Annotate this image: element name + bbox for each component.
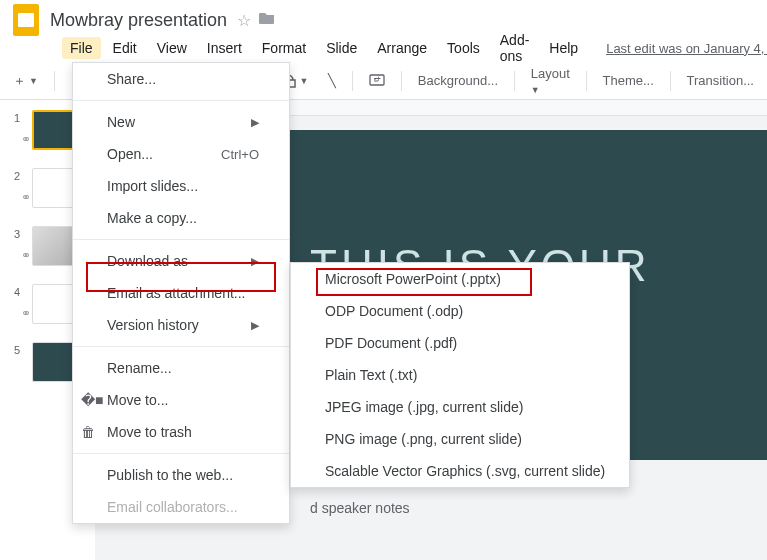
- link-icon: ⚭: [20, 168, 32, 204]
- download-pdf[interactable]: PDF Document (.pdf): [291, 327, 629, 359]
- layout-button[interactable]: Layout ▼: [524, 62, 577, 100]
- download-as-submenu: Microsoft PowerPoint (.pptx) ODP Documen…: [290, 262, 630, 488]
- menu-new[interactable]: New▶: [73, 106, 289, 138]
- transition-button[interactable]: Transition...: [680, 69, 761, 92]
- menu-email-attachment[interactable]: Email as attachment...: [73, 277, 289, 309]
- line-icon[interactable]: ╲: [321, 69, 343, 92]
- link-icon: [20, 342, 32, 364]
- comment-icon[interactable]: +: [362, 70, 392, 92]
- menu-version-history[interactable]: Version history▶: [73, 309, 289, 341]
- menu-rename[interactable]: Rename...: [73, 352, 289, 384]
- slide-number: 1: [0, 110, 20, 124]
- menu-format[interactable]: Format: [254, 37, 314, 59]
- svg-rect-1: [18, 13, 34, 27]
- svg-text:+: +: [376, 74, 381, 84]
- menu-email-collaborators: Email collaborators...: [73, 491, 289, 523]
- speaker-notes-hint[interactable]: d speaker notes: [310, 500, 410, 528]
- download-png[interactable]: PNG image (.png, current slide): [291, 423, 629, 455]
- download-odp[interactable]: ODP Document (.odp): [291, 295, 629, 327]
- submenu-arrow-icon: ▶: [251, 255, 259, 268]
- menubar: File Edit View Insert Format Slide Arran…: [0, 34, 767, 62]
- folder-icon: �■: [81, 392, 99, 408]
- slide-number: 3: [0, 226, 20, 240]
- submenu-arrow-icon: ▶: [251, 116, 259, 129]
- menu-tools[interactable]: Tools: [439, 37, 488, 59]
- download-pptx[interactable]: Microsoft PowerPoint (.pptx): [291, 263, 629, 295]
- file-dropdown: Share... New▶ Open...Ctrl+O Import slide…: [72, 62, 290, 524]
- menu-move-to[interactable]: �■Move to...: [73, 384, 289, 416]
- menu-file[interactable]: File: [62, 37, 101, 59]
- document-title[interactable]: Mowbray presentation: [44, 10, 233, 31]
- submenu-arrow-icon: ▶: [251, 319, 259, 332]
- link-icon: ⚭: [20, 284, 32, 320]
- menu-open[interactable]: Open...Ctrl+O: [73, 138, 289, 170]
- menu-view[interactable]: View: [149, 37, 195, 59]
- menu-insert[interactable]: Insert: [199, 37, 250, 59]
- download-txt[interactable]: Plain Text (.txt): [291, 359, 629, 391]
- download-svg[interactable]: Scalable Vector Graphics (.svg, current …: [291, 455, 629, 487]
- slide-number: 4: [0, 284, 20, 298]
- menu-arrange[interactable]: Arrange: [369, 37, 435, 59]
- last-edit-link[interactable]: Last edit was on January 4, 20: [606, 41, 767, 56]
- menu-move-to-trash[interactable]: 🗑Move to trash: [73, 416, 289, 448]
- new-slide-button[interactable]: ＋ ▼: [6, 68, 45, 94]
- slides-app-icon[interactable]: [8, 2, 44, 38]
- menu-help[interactable]: Help: [541, 37, 586, 59]
- menu-share[interactable]: Share...: [73, 63, 289, 95]
- slide-number: 5: [0, 342, 20, 356]
- theme-button[interactable]: Theme...: [596, 69, 661, 92]
- menu-download-as[interactable]: Download as▶: [73, 245, 289, 277]
- menu-publish-web[interactable]: Publish to the web...: [73, 459, 289, 491]
- menu-slide[interactable]: Slide: [318, 37, 365, 59]
- menu-import-slides[interactable]: Import slides...: [73, 170, 289, 202]
- menu-edit[interactable]: Edit: [105, 37, 145, 59]
- trash-icon: 🗑: [81, 424, 99, 440]
- slide-number: 2: [0, 168, 20, 182]
- star-icon[interactable]: ☆: [233, 11, 255, 30]
- background-button[interactable]: Background...: [411, 69, 505, 92]
- folder-icon[interactable]: [255, 11, 279, 29]
- menu-make-copy[interactable]: Make a copy...: [73, 202, 289, 234]
- download-jpeg[interactable]: JPEG image (.jpg, current slide): [291, 391, 629, 423]
- link-icon: ⚭: [20, 226, 32, 262]
- link-icon: ⚭: [20, 110, 32, 146]
